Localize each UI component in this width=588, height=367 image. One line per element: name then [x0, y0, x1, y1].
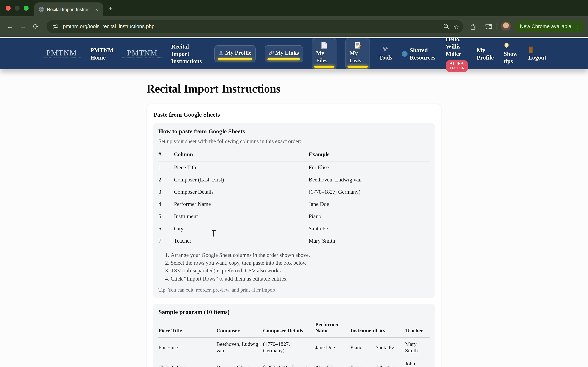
nav-shared-resources-button[interactable]: Shared Resources: [401, 47, 437, 61]
active-underline: [268, 58, 300, 60]
window-close-button[interactable]: [6, 6, 11, 11]
nav-my-profile-link[interactable]: My Profile: [477, 47, 495, 61]
lightbulb-icon: [504, 43, 509, 49]
columns-spec-table: # Column Example 1 Piece Title Für Elise: [158, 149, 430, 247]
sample-title: Sample program (10 items): [158, 309, 430, 316]
nav-tools-button[interactable]: Tools: [379, 47, 392, 61]
site-settings-icon[interactable]: [51, 22, 60, 31]
url-text[interactable]: pmtnm.org/tools_recital_instructions.php: [63, 24, 440, 29]
col-header-teacher: Teacher: [405, 319, 430, 337]
side-panel-search-icon[interactable]: [485, 23, 493, 30]
table-row: 6 City Santa Fe: [158, 223, 430, 235]
screen: Recital Import Instructions - P × + ← → …: [0, 0, 588, 367]
howto-intro: Set up your sheet with the following col…: [158, 138, 430, 145]
memo-pencil-icon: [355, 42, 361, 49]
toolbar-divider: [481, 23, 481, 30]
nav-my-lists-button[interactable]: My Lists: [346, 38, 370, 70]
window-minimize-button[interactable]: [15, 6, 20, 11]
sample-program-rows: Für Elise Beethoven, Ludwig van (1770–18…: [158, 337, 430, 367]
list-item: Select the rows you want, copy, then pas…: [171, 260, 430, 266]
alpha-tester-badge: ALPHA TESTER: [446, 60, 468, 72]
card-title: Paste from Google Sheets: [154, 111, 435, 118]
nav-home-link[interactable]: PMTNM Home: [90, 47, 113, 61]
page-title: Recital Import Instructions: [147, 82, 441, 95]
toolbar-divider: [497, 23, 497, 30]
address-bar[interactable]: pmtnm.org/tools_recital_instructions.php…: [47, 20, 463, 33]
howto-title: How to paste from Google Sheets: [158, 128, 430, 135]
howto-tip: Tip: You can edit, reorder, preview, and…: [158, 287, 430, 293]
table-row: 3 Composer Details (1770–1827, Germany): [158, 186, 430, 198]
nav-current-page-label: Recital Import Instructions: [171, 43, 205, 65]
globe-favicon-icon: [38, 7, 44, 12]
person-icon: [218, 50, 224, 56]
nav-my-files-button[interactable]: My Files: [312, 38, 337, 70]
page-content: Recital Import Instructions Paste from G…: [147, 82, 441, 367]
file-icon: [321, 42, 328, 49]
nav-logout-button[interactable]: Logout: [528, 47, 546, 61]
table-row: Für Elise Beethoven, Ludwig van (1770–18…: [158, 337, 430, 358]
browser-menu-icon[interactable]: ⋮: [575, 24, 580, 30]
paste-card: Paste from Google Sheets How to paste fr…: [147, 104, 441, 367]
sample-program-panel: Sample program (10 items) Piece Title Co…: [153, 304, 435, 367]
browser-toolbar: ← → ⟳ pmtnm.org/tools_recital_instructio…: [0, 16, 588, 37]
tab-title-fade: [82, 2, 94, 16]
pmtnm-logo-secondary[interactable]: PMTNM Professional Music Teachers of New…: [122, 49, 162, 59]
greeting-text: Hello, Willis Miller: [446, 35, 465, 58]
chrome-update-button[interactable]: New Chrome available ⋮: [515, 21, 584, 32]
col-header-city: City: [376, 319, 405, 337]
list-item: Arrange your Google Sheet columns in the…: [171, 252, 430, 259]
tab-close-icon[interactable]: ×: [94, 6, 100, 13]
back-icon[interactable]: ←: [4, 21, 16, 32]
pmtnm-logo[interactable]: PMTNM Professional Music Teachers of New…: [42, 49, 81, 59]
profile-avatar[interactable]: [501, 22, 511, 31]
col-header-piece: Piece Title: [158, 319, 216, 337]
columns-spec-rows: 1 Piece Title Für Elise 2 Composer (Last…: [158, 161, 430, 247]
tools-icon: [382, 47, 389, 53]
nav-greeting: Hello, Willis Miller ALPHA TESTER: [446, 35, 468, 72]
col-header-example: Example: [309, 149, 430, 161]
active-underline: [347, 66, 368, 68]
table-row: 2 Composer (Last, First) Beethoven, Ludw…: [158, 174, 430, 186]
extensions-icon[interactable]: [470, 23, 476, 30]
table-row: 1 Piece Title Für Elise: [158, 161, 430, 174]
col-header-details: Composer Details: [263, 319, 315, 337]
nav-my-profile-button[interactable]: My Profile: [214, 45, 255, 62]
nav-my-links-button[interactable]: My Links: [264, 45, 303, 62]
howto-steps: Arrange your Google Sheet columns in the…: [171, 252, 430, 282]
list-item: Click “Import Rows” to add them as edita…: [171, 275, 430, 282]
door-icon: [528, 47, 533, 53]
forward-icon[interactable]: →: [17, 21, 29, 32]
nav-show-tips-button[interactable]: Show tips: [504, 43, 519, 65]
new-tab-button[interactable]: +: [109, 5, 113, 13]
reload-icon[interactable]: ⟳: [30, 21, 42, 32]
window-zoom-button[interactable]: [24, 6, 29, 11]
table-row: Clair de lune Debussy, Claude (1862–1918…: [158, 358, 430, 367]
howto-panel: How to paste from Google Sheets Set up y…: [153, 123, 435, 298]
list-item: TSV (tab-separated) is preferred; CSV al…: [171, 268, 430, 274]
table-row: 5 Instrument Piano: [158, 210, 430, 223]
col-header-column: Column: [174, 149, 309, 161]
table-row: 4 Performer Name Jane Doe: [158, 198, 430, 210]
window-controls: [6, 6, 29, 11]
browser-tab[interactable]: Recital Import Instructions - P ×: [34, 2, 103, 16]
globe-icon: [401, 50, 408, 57]
page-top-gap: [0, 37, 588, 38]
col-header-performer: Performer Name: [315, 319, 350, 337]
chrome-update-label: New Chrome available: [520, 24, 571, 29]
table-row: 7 Teacher Mary Smith: [158, 235, 430, 247]
bookmark-star-icon[interactable]: ☆: [454, 24, 459, 30]
zoom-out-icon[interactable]: [443, 23, 450, 30]
sample-program-table: Piece Title Composer Composer Details Pe…: [158, 319, 430, 367]
link-icon: [268, 50, 274, 56]
col-header-composer: Composer: [216, 319, 263, 337]
col-header-instrument: Instrument: [350, 319, 376, 337]
active-underline: [218, 58, 252, 60]
browser-tabstrip: Recital Import Instructions - P × +: [0, 0, 588, 16]
site-navbar: PMTNM Professional Music Teachers of New…: [0, 38, 588, 69]
col-header-num: #: [158, 149, 174, 161]
active-underline: [314, 66, 334, 68]
